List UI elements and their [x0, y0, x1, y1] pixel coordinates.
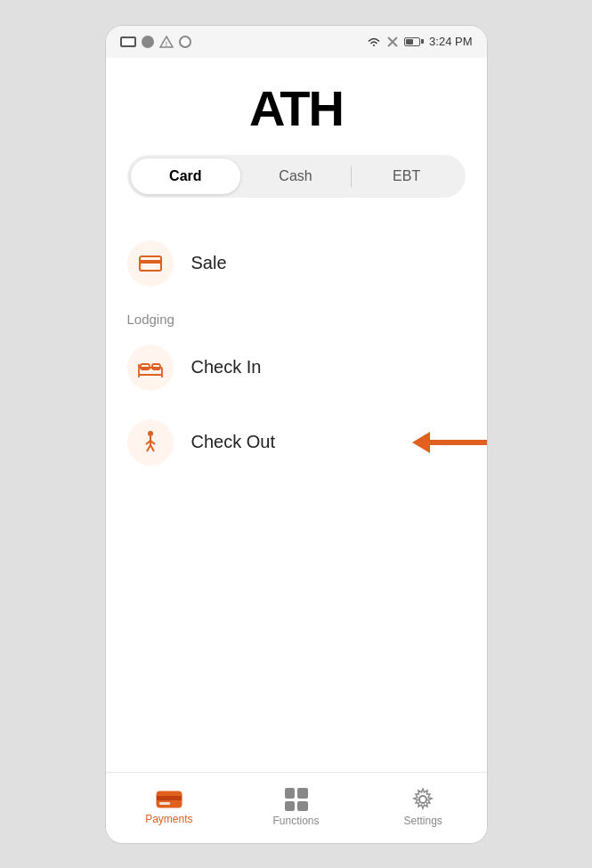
payments-nav-icon [156, 790, 182, 809]
svg-rect-18 [159, 802, 170, 805]
nav-item-payments[interactable]: Payments [106, 790, 233, 825]
battery-icon [404, 37, 424, 46]
clock: 3:24 PM [429, 35, 472, 48]
main-content: ATH Card Cash EBT [106, 58, 487, 772]
menu-item-checkout[interactable]: Check Out [127, 405, 466, 480]
functions-nav-label: Functions [272, 815, 319, 827]
status-left-icons: ! [120, 36, 191, 48]
functions-nav-icon [285, 788, 308, 811]
status-right-icons: 3:24 PM [367, 35, 472, 48]
circle-icon [142, 36, 154, 48]
wifi-icon [367, 37, 381, 47]
svg-line-14 [147, 445, 150, 451]
svg-rect-6 [152, 364, 160, 369]
lodging-section: Lodging Check In [127, 312, 466, 480]
tab-card[interactable]: Card [131, 158, 241, 194]
no-signal-icon [386, 37, 399, 47]
warning-icon: ! [159, 36, 174, 48]
bottom-nav: Payments Functions Settings [106, 772, 487, 843]
svg-rect-3 [140, 260, 161, 264]
bed-icon [137, 357, 164, 378]
app-logo: ATH [249, 79, 343, 137]
lodging-section-label: Lodging [127, 312, 466, 327]
svg-text:!: ! [165, 40, 166, 46]
settings-nav-icon [411, 788, 434, 811]
tab-ebt[interactable]: EBT [352, 158, 462, 194]
nav-item-functions[interactable]: Functions [232, 788, 360, 827]
logo-area: ATH [106, 58, 487, 155]
sale-card-icon [139, 255, 162, 272]
menu-item-checkin[interactable]: Check In [127, 330, 466, 405]
sale-label: Sale [191, 253, 227, 273]
tab-selector: Card Cash EBT [127, 155, 466, 198]
tab-cash[interactable]: Cash [240, 158, 351, 194]
checkin-icon-circle [127, 345, 174, 391]
settings-nav-label: Settings [404, 815, 442, 827]
sale-icon-circle [127, 240, 174, 287]
status-bar: ! 3:24 PM [106, 26, 487, 58]
menu-item-sale[interactable]: Sale [127, 226, 466, 301]
checkout-icon-circle [127, 419, 174, 466]
sim-card-icon [120, 37, 136, 47]
payments-nav-label: Payments [145, 813, 192, 825]
person-walking-icon [140, 430, 161, 455]
svg-rect-17 [157, 796, 182, 800]
svg-line-15 [150, 445, 154, 451]
orange-arrow-annotation [412, 432, 487, 453]
svg-point-19 [419, 796, 426, 803]
phone-frame: ! 3:24 PM ATH [105, 25, 488, 844]
menu-list: Sale Lodging [106, 219, 487, 772]
svg-point-10 [148, 431, 153, 436]
svg-rect-5 [141, 364, 150, 369]
face-icon [179, 36, 191, 48]
nav-item-settings[interactable]: Settings [360, 788, 487, 827]
checkin-label: Check In [191, 357, 262, 377]
checkout-label: Check Out [191, 432, 275, 452]
